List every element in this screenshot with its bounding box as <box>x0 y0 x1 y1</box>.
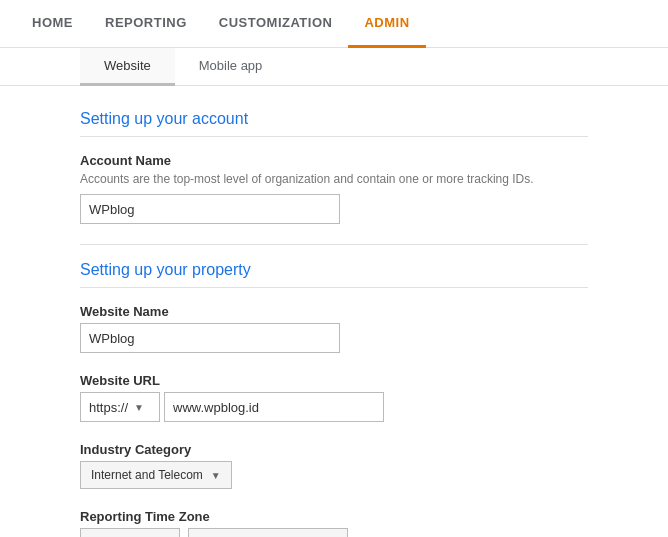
top-nav: HOME REPORTING CUSTOMIZATION ADMIN <box>0 0 668 48</box>
website-name-input[interactable] <box>80 323 340 353</box>
website-name-group: Website Name <box>80 304 588 353</box>
account-name-label: Account Name <box>80 153 588 168</box>
url-row: https:// ▼ <box>80 392 588 422</box>
section-divider <box>80 244 588 245</box>
timezone-country-dropdown[interactable]: Indonesia ▼ <box>80 528 180 537</box>
protocol-value: https:// <box>89 400 128 415</box>
nav-reporting[interactable]: REPORTING <box>89 0 203 48</box>
industry-dropdown[interactable]: Internet and Telecom ▼ <box>80 461 232 489</box>
website-url-label: Website URL <box>80 373 588 388</box>
main-content: Setting up your account Account Name Acc… <box>0 86 668 537</box>
protocol-dropdown[interactable]: https:// ▼ <box>80 392 160 422</box>
nav-home[interactable]: HOME <box>16 0 89 48</box>
industry-value: Internet and Telecom <box>91 468 203 482</box>
tab-mobile-app[interactable]: Mobile app <box>175 48 287 86</box>
nav-admin[interactable]: ADMIN <box>348 0 425 48</box>
nav-customization[interactable]: CUSTOMIZATION <box>203 0 349 48</box>
timezone-group: Reporting Time Zone Indonesia ▼ (GMT+07:… <box>80 509 588 537</box>
timezone-label: Reporting Time Zone <box>80 509 588 524</box>
account-name-group: Account Name Accounts are the top-most l… <box>80 153 588 224</box>
website-url-group: Website URL https:// ▼ <box>80 373 588 422</box>
industry-label: Industry Category <box>80 442 588 457</box>
protocol-chevron-icon: ▼ <box>134 402 144 413</box>
timezone-zone-dropdown[interactable]: (GMT+07:00) Jakarta ▼ <box>188 528 348 537</box>
property-section-title: Setting up your property <box>80 261 588 288</box>
url-input[interactable] <box>164 392 384 422</box>
account-section-title: Setting up your account <box>80 110 588 137</box>
property-section: Setting up your property Website Name We… <box>80 261 588 537</box>
industry-chevron-icon: ▼ <box>203 470 221 481</box>
tab-website[interactable]: Website <box>80 48 175 86</box>
account-name-input[interactable] <box>80 194 340 224</box>
sub-tabs: Website Mobile app <box>0 48 668 86</box>
website-name-label: Website Name <box>80 304 588 319</box>
account-name-hint: Accounts are the top-most level of organ… <box>80 172 588 186</box>
industry-group: Industry Category Internet and Telecom ▼ <box>80 442 588 489</box>
